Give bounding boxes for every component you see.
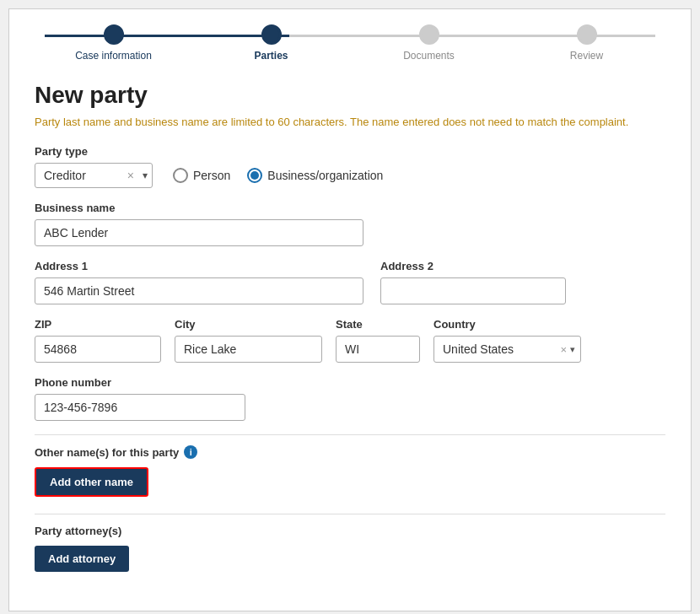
business-name-input[interactable] [35,219,363,246]
main-content: New party Party last name and business n… [9,68,691,585]
business-name-label: Business name [35,202,665,214]
zip-label: ZIP [35,318,161,331]
other-names-label-row: Other name(s) for this party i [35,445,665,459]
add-other-name-button[interactable]: Add other name [35,467,148,497]
step-label-documents: Documents [403,50,455,62]
phone-section: Phone number [35,376,665,421]
business-radio-label[interactable]: Business/organization [247,168,383,183]
other-names-section: Other name(s) for this party i Add other… [35,445,665,497]
step-circle-parties [261,24,282,45]
business-name-section: Business name [35,202,665,246]
address1-input[interactable] [35,277,363,304]
page-title: New party [35,82,665,109]
business-radio-input[interactable] [247,168,262,183]
zip-input[interactable] [35,336,161,363]
select-clear-icon[interactable]: × [127,169,134,182]
other-names-text: Other name(s) for this party [35,446,179,459]
city-col: City [175,318,322,363]
step-case-information: Case information [35,24,192,62]
page-subtitle: Party last name and business name are li… [35,116,665,128]
progress-steps: Case information Parties Documents Revie… [35,24,665,62]
divider-2 [35,514,665,514]
city-input[interactable] [175,336,322,363]
party-type-row: Creditor Debtor Plaintiff Defendant × ▾ … [35,163,665,188]
address2-label: Address 2 [380,260,566,272]
step-documents: Documents [350,24,508,62]
step-parties: Parties [192,24,350,62]
zip-col: ZIP [35,318,161,363]
step-label-case-information: Case information [75,50,152,62]
party-type-label: Party type [35,145,665,158]
state-label: State [336,318,420,331]
attorney-label: Party attorney(s) [35,525,665,537]
phone-input[interactable] [35,394,245,421]
info-icon[interactable]: i [184,445,197,459]
divider-1 [35,434,665,435]
party-type-select-wrapper: Creditor Debtor Plaintiff Defendant × ▾ [35,163,153,188]
address1-label: Address 1 [35,260,363,272]
person-radio-label[interactable]: Person [173,168,230,183]
location-row: ZIP City State Country United States × ▾ [35,318,665,363]
person-radio-text: Person [193,169,230,182]
state-col: State [336,318,420,363]
state-input[interactable] [336,336,420,363]
phone-label: Phone number [35,376,665,389]
country-select-wrapper[interactable]: United States × ▾ [433,336,581,363]
country-label: Country [433,318,581,331]
party-type-section: Party type Creditor Debtor Plaintiff Def… [35,145,665,188]
address2-col: Address 2 [380,260,566,304]
add-attorney-button[interactable]: Add attorney [35,546,129,572]
country-clear-icon[interactable]: × [560,343,567,356]
party-type-select[interactable]: Creditor Debtor Plaintiff Defendant [35,163,153,188]
step-circle-documents [419,24,439,45]
country-col: Country United States × ▾ [433,318,581,363]
step-review: Review [508,24,665,62]
step-circle-review [577,24,597,45]
radio-group: Person Business/organization [173,168,383,183]
city-label: City [175,318,322,331]
step-circle-case-information [104,24,124,45]
step-label-parties: Parties [254,50,288,62]
progress-bar-area: Case information Parties Documents Revie… [9,9,691,68]
step-label-review: Review [570,50,603,62]
country-arrow-icon[interactable]: ▾ [570,344,575,355]
business-radio-text: Business/organization [267,169,383,182]
address1-col: Address 1 [35,260,363,304]
address-row: Address 1 Address 2 [35,260,665,304]
address2-input[interactable] [380,277,566,304]
person-radio-input[interactable] [173,168,188,183]
attorney-section: Party attorney(s) Add attorney [35,525,665,572]
page-container: Case information Parties Documents Revie… [8,8,692,611]
country-value: United States [439,337,560,362]
